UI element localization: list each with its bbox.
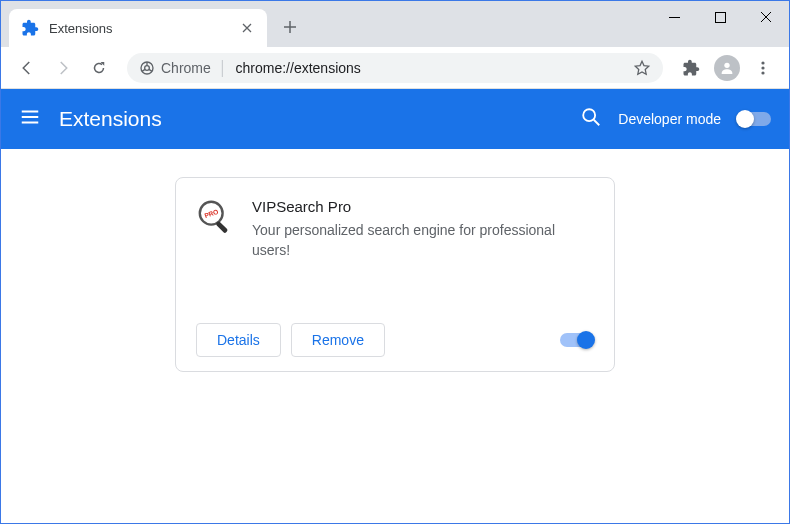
toggle-knob <box>736 110 754 128</box>
page-title: Extensions <box>59 107 162 131</box>
omnibox[interactable]: Chrome │ chrome://extensions <box>127 53 663 83</box>
extension-description: Your personalized search engine for prof… <box>252 221 594 260</box>
url-text: chrome://extensions <box>236 60 361 76</box>
svg-point-4 <box>761 61 764 64</box>
content-area: PRO VIPSearch Pro Your personalized sear… <box>1 149 789 523</box>
svg-rect-0 <box>715 12 725 22</box>
maximize-button[interactable] <box>697 1 743 33</box>
svg-point-6 <box>761 71 764 74</box>
back-button[interactable] <box>11 52 43 84</box>
bookmark-star-icon[interactable] <box>633 59 651 77</box>
search-icon[interactable] <box>580 106 602 132</box>
svg-point-3 <box>724 62 729 67</box>
hamburger-menu-icon[interactable] <box>19 106 41 132</box>
extension-icon: PRO <box>196 198 234 236</box>
omnibox-separator: │ <box>219 60 228 76</box>
svg-point-5 <box>761 66 764 69</box>
site-info[interactable]: Chrome <box>139 60 211 76</box>
toolbar: Chrome │ chrome://extensions <box>1 47 789 89</box>
window-controls <box>651 1 789 39</box>
extension-name: VIPSearch Pro <box>252 198 594 215</box>
extension-card: PRO VIPSearch Pro Your personalized sear… <box>175 177 615 372</box>
browser-window: Extensions <box>0 0 790 524</box>
minimize-button[interactable] <box>651 1 697 33</box>
menu-button[interactable] <box>747 52 779 84</box>
tab-title: Extensions <box>49 21 113 36</box>
extensions-header: Extensions Developer mode <box>1 89 789 149</box>
svg-point-7 <box>583 109 595 121</box>
svg-rect-10 <box>215 221 228 234</box>
new-tab-button[interactable] <box>275 12 305 42</box>
puzzle-icon <box>21 19 39 37</box>
forward-button[interactable] <box>47 52 79 84</box>
chrome-icon <box>139 60 155 76</box>
svg-point-2 <box>145 65 150 70</box>
tab-close-button[interactable] <box>239 20 255 36</box>
tab-extensions[interactable]: Extensions <box>9 9 267 47</box>
site-label: Chrome <box>161 60 211 76</box>
details-button[interactable]: Details <box>196 323 281 357</box>
extensions-puzzle-icon[interactable] <box>675 52 707 84</box>
extension-enable-toggle[interactable] <box>560 333 594 347</box>
remove-button[interactable]: Remove <box>291 323 385 357</box>
reload-button[interactable] <box>83 52 115 84</box>
developer-mode-label: Developer mode <box>618 111 721 127</box>
profile-avatar[interactable] <box>711 52 743 84</box>
developer-mode-toggle[interactable] <box>737 112 771 126</box>
titlebar: Extensions <box>1 1 789 47</box>
toggle-knob <box>577 331 595 349</box>
close-button[interactable] <box>743 1 789 33</box>
